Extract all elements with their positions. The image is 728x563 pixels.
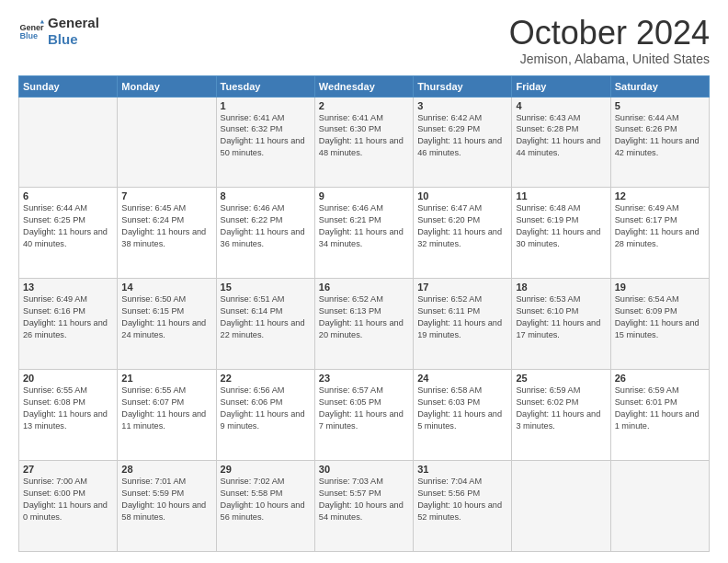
calendar-cell: 6Sunrise: 6:44 AM Sunset: 6:25 PM Daylig… bbox=[19, 188, 118, 279]
calendar-cell bbox=[512, 461, 610, 552]
day-info: Sunrise: 6:55 AM Sunset: 6:08 PM Dayligh… bbox=[23, 385, 113, 432]
calendar-cell: 11Sunrise: 6:48 AM Sunset: 6:19 PM Dayli… bbox=[512, 188, 610, 279]
weekday-header-thursday: Thursday bbox=[414, 75, 512, 97]
day-info: Sunrise: 6:57 AM Sunset: 6:05 PM Dayligh… bbox=[319, 385, 409, 432]
day-number: 12 bbox=[615, 190, 705, 201]
day-info: Sunrise: 7:00 AM Sunset: 6:00 PM Dayligh… bbox=[23, 476, 113, 523]
calendar-week-1: 1Sunrise: 6:41 AM Sunset: 6:32 PM Daylig… bbox=[19, 97, 710, 188]
day-number: 8 bbox=[221, 190, 311, 201]
calendar-cell: 19Sunrise: 6:54 AM Sunset: 6:09 PM Dayli… bbox=[610, 279, 709, 370]
weekday-header-sunday: Sunday bbox=[19, 75, 118, 97]
calendar-cell: 3Sunrise: 6:42 AM Sunset: 6:29 PM Daylig… bbox=[414, 97, 512, 188]
day-info: Sunrise: 6:45 AM Sunset: 6:24 PM Dayligh… bbox=[121, 202, 211, 250]
day-info: Sunrise: 6:52 AM Sunset: 6:11 PM Dayligh… bbox=[417, 293, 507, 341]
day-info: Sunrise: 6:48 AM Sunset: 6:19 PM Dayligh… bbox=[516, 202, 606, 250]
day-number: 27 bbox=[23, 464, 113, 475]
calendar-cell: 24Sunrise: 6:58 AM Sunset: 6:03 PM Dayli… bbox=[414, 370, 512, 461]
day-number: 25 bbox=[516, 373, 606, 384]
day-number: 18 bbox=[516, 282, 606, 293]
svg-text:Blue: Blue bbox=[19, 31, 38, 40]
weekday-header-saturday: Saturday bbox=[610, 75, 709, 97]
day-info: Sunrise: 6:49 AM Sunset: 6:17 PM Dayligh… bbox=[615, 202, 705, 250]
calendar-cell: 18Sunrise: 6:53 AM Sunset: 6:10 PM Dayli… bbox=[512, 279, 610, 370]
page: General Blue General Blue October 2024 J… bbox=[0, 0, 728, 563]
title-block: October 2024 Jemison, Alabama, United St… bbox=[509, 15, 710, 66]
day-number: 21 bbox=[121, 373, 211, 384]
calendar-week-3: 13Sunrise: 6:49 AM Sunset: 6:16 PM Dayli… bbox=[19, 279, 710, 370]
calendar-cell: 23Sunrise: 6:57 AM Sunset: 6:05 PM Dayli… bbox=[314, 370, 413, 461]
calendar-cell: 9Sunrise: 6:46 AM Sunset: 6:21 PM Daylig… bbox=[314, 188, 413, 279]
day-number: 22 bbox=[221, 373, 311, 384]
day-number: 15 bbox=[221, 282, 311, 293]
calendar-cell: 1Sunrise: 6:41 AM Sunset: 6:32 PM Daylig… bbox=[216, 97, 314, 188]
day-info: Sunrise: 6:58 AM Sunset: 6:03 PM Dayligh… bbox=[417, 385, 507, 432]
logo-icon: General Blue bbox=[18, 18, 44, 44]
calendar-cell: 5Sunrise: 6:44 AM Sunset: 6:26 PM Daylig… bbox=[610, 97, 709, 188]
day-number: 9 bbox=[319, 190, 409, 201]
svg-text:General: General bbox=[19, 23, 44, 32]
day-number: 19 bbox=[615, 282, 705, 293]
calendar-cell: 20Sunrise: 6:55 AM Sunset: 6:08 PM Dayli… bbox=[19, 370, 118, 461]
day-info: Sunrise: 6:59 AM Sunset: 6:02 PM Dayligh… bbox=[516, 385, 606, 432]
calendar-cell: 16Sunrise: 6:52 AM Sunset: 6:13 PM Dayli… bbox=[314, 279, 413, 370]
calendar-cell: 14Sunrise: 6:50 AM Sunset: 6:15 PM Dayli… bbox=[118, 279, 216, 370]
day-info: Sunrise: 6:44 AM Sunset: 6:26 PM Dayligh… bbox=[615, 112, 705, 160]
calendar-week-5: 27Sunrise: 7:00 AM Sunset: 6:00 PM Dayli… bbox=[19, 461, 710, 552]
day-info: Sunrise: 6:59 AM Sunset: 6:01 PM Dayligh… bbox=[615, 385, 705, 432]
calendar-cell: 27Sunrise: 7:00 AM Sunset: 6:00 PM Dayli… bbox=[19, 461, 118, 552]
day-info: Sunrise: 7:03 AM Sunset: 5:57 PM Dayligh… bbox=[319, 476, 409, 523]
weekday-header-wednesday: Wednesday bbox=[314, 75, 413, 97]
day-info: Sunrise: 6:41 AM Sunset: 6:30 PM Dayligh… bbox=[319, 112, 409, 160]
calendar-cell bbox=[610, 461, 709, 552]
day-number: 16 bbox=[319, 282, 409, 293]
day-info: Sunrise: 6:42 AM Sunset: 6:29 PM Dayligh… bbox=[417, 112, 507, 160]
day-info: Sunrise: 6:46 AM Sunset: 6:22 PM Dayligh… bbox=[221, 202, 311, 250]
calendar-cell: 10Sunrise: 6:47 AM Sunset: 6:20 PM Dayli… bbox=[414, 188, 512, 279]
month-title: October 2024 bbox=[509, 15, 710, 52]
calendar-cell: 26Sunrise: 6:59 AM Sunset: 6:01 PM Dayli… bbox=[610, 370, 709, 461]
day-number: 7 bbox=[121, 190, 211, 201]
calendar-cell: 12Sunrise: 6:49 AM Sunset: 6:17 PM Dayli… bbox=[610, 188, 709, 279]
day-info: Sunrise: 6:51 AM Sunset: 6:14 PM Dayligh… bbox=[221, 293, 311, 341]
day-number: 26 bbox=[615, 373, 705, 384]
calendar-cell bbox=[19, 97, 118, 188]
day-number: 10 bbox=[417, 190, 507, 201]
day-number: 30 bbox=[319, 464, 409, 475]
day-info: Sunrise: 6:53 AM Sunset: 6:10 PM Dayligh… bbox=[516, 293, 606, 341]
weekday-header-monday: Monday bbox=[118, 75, 216, 97]
day-info: Sunrise: 6:50 AM Sunset: 6:15 PM Dayligh… bbox=[121, 293, 211, 341]
calendar-cell: 15Sunrise: 6:51 AM Sunset: 6:14 PM Dayli… bbox=[216, 279, 314, 370]
day-info: Sunrise: 7:02 AM Sunset: 5:58 PM Dayligh… bbox=[221, 476, 311, 523]
day-number: 14 bbox=[121, 282, 211, 293]
svg-marker-2 bbox=[40, 19, 44, 23]
weekday-header-tuesday: Tuesday bbox=[216, 75, 314, 97]
logo: General Blue General Blue bbox=[18, 15, 99, 48]
calendar-cell bbox=[118, 97, 216, 188]
day-info: Sunrise: 7:04 AM Sunset: 5:56 PM Dayligh… bbox=[417, 476, 507, 523]
calendar-cell: 31Sunrise: 7:04 AM Sunset: 5:56 PM Dayli… bbox=[414, 461, 512, 552]
day-number: 28 bbox=[121, 464, 211, 475]
calendar-cell: 2Sunrise: 6:41 AM Sunset: 6:30 PM Daylig… bbox=[314, 97, 413, 188]
calendar-cell: 17Sunrise: 6:52 AM Sunset: 6:11 PM Dayli… bbox=[414, 279, 512, 370]
calendar-cell: 30Sunrise: 7:03 AM Sunset: 5:57 PM Dayli… bbox=[314, 461, 413, 552]
day-info: Sunrise: 6:56 AM Sunset: 6:06 PM Dayligh… bbox=[221, 385, 311, 432]
calendar-cell: 25Sunrise: 6:59 AM Sunset: 6:02 PM Dayli… bbox=[512, 370, 610, 461]
day-number: 17 bbox=[417, 282, 507, 293]
day-info: Sunrise: 6:54 AM Sunset: 6:09 PM Dayligh… bbox=[615, 293, 705, 341]
calendar-cell: 22Sunrise: 6:56 AM Sunset: 6:06 PM Dayli… bbox=[216, 370, 314, 461]
day-info: Sunrise: 6:47 AM Sunset: 6:20 PM Dayligh… bbox=[417, 202, 507, 250]
day-number: 31 bbox=[417, 464, 507, 475]
day-number: 1 bbox=[221, 100, 311, 111]
day-number: 24 bbox=[417, 373, 507, 384]
day-info: Sunrise: 6:55 AM Sunset: 6:07 PM Dayligh… bbox=[121, 385, 211, 432]
calendar-cell: 8Sunrise: 6:46 AM Sunset: 6:22 PM Daylig… bbox=[216, 188, 314, 279]
day-info: Sunrise: 6:52 AM Sunset: 6:13 PM Dayligh… bbox=[319, 293, 409, 341]
calendar-cell: 13Sunrise: 6:49 AM Sunset: 6:16 PM Dayli… bbox=[19, 279, 118, 370]
calendar-week-2: 6Sunrise: 6:44 AM Sunset: 6:25 PM Daylig… bbox=[19, 188, 710, 279]
day-info: Sunrise: 6:46 AM Sunset: 6:21 PM Dayligh… bbox=[319, 202, 409, 250]
day-info: Sunrise: 6:44 AM Sunset: 6:25 PM Dayligh… bbox=[23, 202, 113, 250]
header: General Blue General Blue October 2024 J… bbox=[18, 15, 710, 66]
day-info: Sunrise: 6:41 AM Sunset: 6:32 PM Dayligh… bbox=[221, 112, 311, 160]
logo-text: General Blue bbox=[48, 15, 99, 48]
location: Jemison, Alabama, United States bbox=[509, 52, 710, 66]
